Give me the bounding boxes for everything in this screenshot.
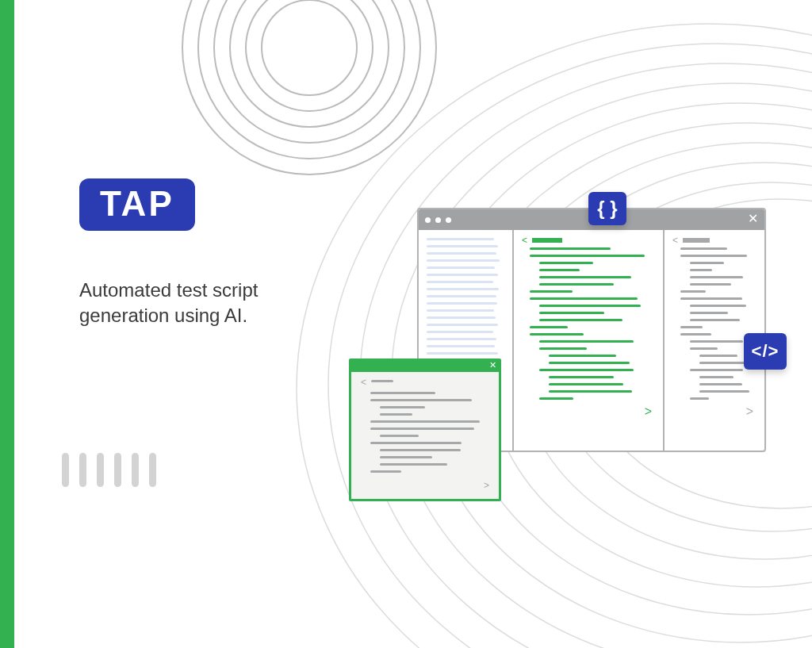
badge-label: TAP xyxy=(100,184,174,223)
product-description: Automated test script generation using A… xyxy=(79,278,349,329)
braces-glyph: { } xyxy=(597,197,617,220)
accent-sidebar xyxy=(0,0,14,648)
editor-pane-code-green: < xyxy=(514,230,665,451)
traffic-light-dot xyxy=(446,217,451,223)
code-tag-icon: </> xyxy=(744,333,787,370)
decorative-dashes xyxy=(62,453,156,487)
editor-window-small: ✕ < > xyxy=(349,359,501,501)
code-tag-glyph: </> xyxy=(752,341,779,362)
window-titlebar-small: ✕ xyxy=(351,361,499,372)
close-icon: ✕ xyxy=(748,213,758,225)
product-badge: TAP xyxy=(79,178,195,231)
illustration-group: ✕ xyxy=(349,208,793,509)
traffic-light-dot xyxy=(425,217,431,223)
braces-icon: { } xyxy=(588,192,626,225)
traffic-light-dot xyxy=(435,217,441,223)
close-icon: ✕ xyxy=(489,361,496,370)
